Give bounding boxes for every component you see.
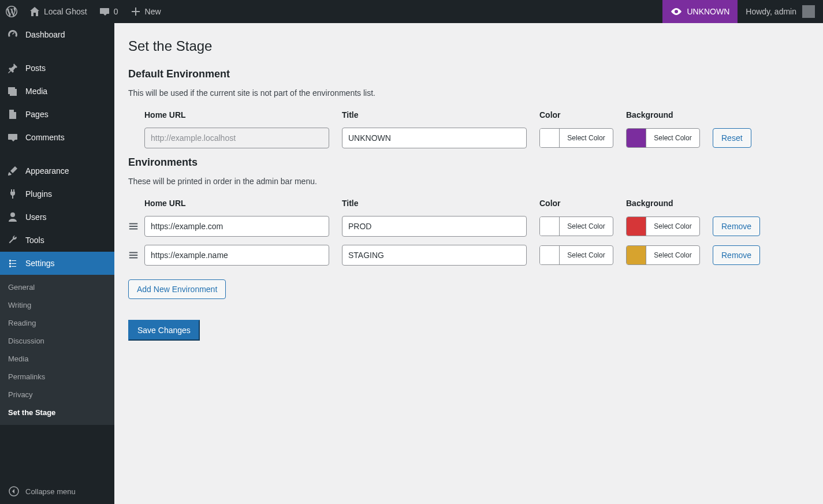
drag-handle[interactable] — [128, 221, 139, 232]
env-title-input[interactable] — [342, 245, 527, 266]
env-color-swatch — [540, 246, 560, 264]
default-color-label: Select Color — [560, 134, 613, 142]
comments-count: 0 — [114, 7, 118, 16]
environment-row: Select ColorSelect ColorRemove — [128, 216, 809, 237]
sidebar-item-appearance[interactable]: Appearance — [0, 159, 114, 182]
env-bg-swatch — [627, 217, 646, 236]
env-url-input[interactable] — [144, 245, 329, 266]
wordpress-icon — [6, 6, 17, 17]
sidebar-item-comments[interactable]: Comments — [0, 126, 114, 149]
admin-bar: Local Ghost 0 New UNKNOWN Howdy, admin — [0, 0, 823, 23]
default-title-input[interactable] — [342, 128, 527, 148]
account-link[interactable]: Howdy, admin — [738, 0, 823, 23]
col-home-url: Home URL — [144, 110, 329, 120]
sidebar-item-media[interactable]: Media — [0, 80, 114, 103]
wordpress-logo[interactable] — [0, 0, 23, 23]
col-background: Background — [626, 199, 700, 208]
submenu-general[interactable]: General — [0, 278, 114, 296]
col-title: Title — [342, 199, 527, 208]
env-bg-picker[interactable]: Select Color — [626, 216, 700, 236]
environment-badge[interactable]: UNKNOWN — [662, 0, 738, 23]
submenu-permalinks[interactable]: Permalinks — [0, 368, 114, 386]
col-title: Title — [342, 110, 527, 120]
environment-row: Select ColorSelect ColorRemove — [128, 245, 809, 266]
submenu-set-the-stage[interactable]: Set the Stage — [0, 404, 114, 421]
site-name: Local Ghost — [44, 7, 87, 16]
home-icon — [29, 6, 40, 17]
sidebar-item-label: Tools — [25, 236, 44, 245]
sidebar-item-plugins[interactable]: Plugins — [0, 182, 114, 206]
env-color-picker[interactable]: Select Color — [539, 216, 613, 236]
avatar — [802, 5, 815, 18]
sidebar-item-settings[interactable]: Settings — [0, 252, 114, 275]
collapse-label: Collapse menu — [25, 487, 76, 496]
plug-icon — [7, 188, 18, 200]
submenu-writing[interactable]: Writing — [0, 296, 114, 314]
sidebar-item-users[interactable]: Users — [0, 206, 114, 229]
wrench-icon — [7, 234, 18, 246]
media-icon — [7, 85, 18, 97]
default-row: Select Color Select Color Reset — [128, 128, 809, 148]
default-bg-picker[interactable]: Select Color — [626, 128, 700, 148]
sidebar-item-label: Dashboard — [25, 30, 65, 39]
remove-button[interactable]: Remove — [713, 216, 760, 236]
env-bg-picker[interactable]: Select Color — [626, 245, 700, 265]
pin-icon — [7, 62, 18, 74]
default-header-row: Home URL Title Color Background — [128, 110, 809, 120]
submenu-discussion[interactable]: Discussion — [0, 332, 114, 350]
env-header-row: Home URL Title Color Background — [128, 199, 809, 208]
default-url-input — [144, 128, 329, 148]
sidebar-item-label: Settings — [25, 259, 55, 268]
drag-icon — [128, 250, 139, 260]
new-label: New — [145, 7, 161, 16]
submenu-privacy[interactable]: Privacy — [0, 386, 114, 404]
col-background: Background — [626, 110, 700, 120]
submenu-reading[interactable]: Reading — [0, 314, 114, 332]
site-link[interactable]: Local Ghost — [23, 0, 93, 23]
env-color-picker[interactable]: Select Color — [539, 245, 613, 265]
sidebar-item-label: Media — [25, 87, 47, 96]
environments-heading: Environments — [128, 156, 809, 169]
remove-button[interactable]: Remove — [713, 245, 760, 265]
collapse-icon — [8, 486, 20, 497]
sidebar-item-pages[interactable]: Pages — [0, 103, 114, 126]
collapse-menu[interactable]: Collapse menu — [0, 479, 114, 504]
env-bg-label: Select Color — [646, 222, 699, 230]
default-bg-label: Select Color — [646, 134, 699, 142]
env-bg-swatch — [627, 246, 646, 264]
sidebar-item-label: Pages — [25, 110, 49, 119]
env-bg-label: Select Color — [646, 251, 699, 259]
sidebar-item-label: Appearance — [25, 166, 69, 176]
comments-link[interactable]: 0 — [93, 0, 124, 23]
plus-icon — [130, 6, 141, 17]
sidebar-item-posts[interactable]: Posts — [0, 57, 114, 80]
user-icon — [7, 211, 18, 223]
new-link[interactable]: New — [124, 0, 167, 23]
environments-desc: These will be printed in order in the ad… — [128, 177, 809, 186]
env-color-label: Select Color — [560, 222, 613, 230]
reset-button[interactable]: Reset — [713, 128, 751, 148]
sidebar-item-tools[interactable]: Tools — [0, 229, 114, 252]
env-title-input[interactable] — [342, 216, 527, 237]
sidebar-item-dashboard[interactable]: Dashboard — [0, 23, 114, 46]
save-changes-button[interactable]: Save Changes — [128, 320, 200, 341]
drag-handle[interactable] — [128, 250, 139, 260]
brush-icon — [7, 165, 18, 177]
env-color-swatch — [540, 217, 560, 236]
sidebar-item-label: Plugins — [25, 189, 52, 199]
visibility-icon — [671, 6, 682, 17]
admin-sidebar: Dashboard Posts Media Pages Comments — [0, 23, 114, 504]
howdy-text: Howdy, admin — [746, 7, 796, 16]
col-color: Color — [539, 110, 613, 120]
drag-icon — [128, 221, 139, 232]
main-content: Set the Stage Default Environment This w… — [114, 23, 823, 504]
default-heading: Default Environment — [128, 68, 809, 80]
default-color-picker[interactable]: Select Color — [539, 128, 613, 148]
env-url-input[interactable] — [144, 216, 329, 237]
env-color-label: Select Color — [560, 251, 613, 259]
page-icon — [7, 109, 18, 120]
environment-label: UNKNOWN — [687, 7, 729, 16]
submenu-media[interactable]: Media — [0, 350, 114, 368]
add-environment-button[interactable]: Add New Environment — [128, 279, 226, 299]
sidebar-item-label: Users — [25, 212, 47, 222]
